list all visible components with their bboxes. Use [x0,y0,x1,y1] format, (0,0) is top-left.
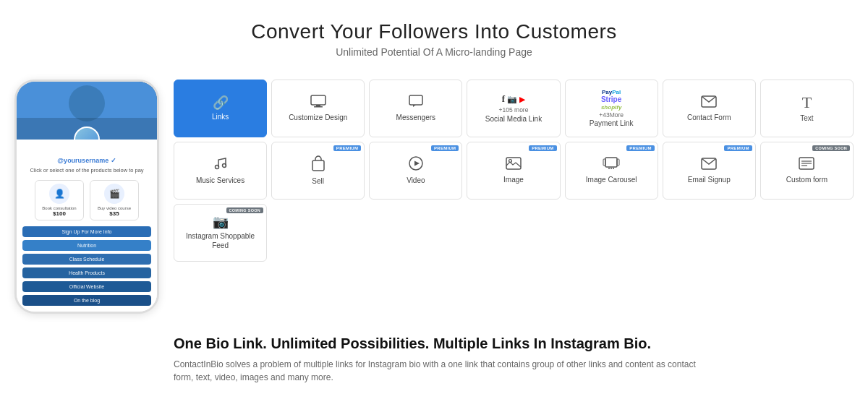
phone-button[interactable]: On the blog [22,295,151,306]
carousel-icon [603,157,620,172]
feature-label: Contact Form [687,113,731,122]
product-icon: 🎬 [104,184,124,204]
paypal-logo: PayPal [602,89,621,96]
feature-card-image[interactable]: PREMIUM Image [467,142,560,200]
feature-card-text[interactable]: T Text [760,80,854,137]
svg-rect-2 [314,106,323,108]
feature-card-messengers[interactable]: Messengers [369,80,462,137]
payment-more-label: +43More [599,111,624,119]
coming-soon-badge: COMING SOON [812,145,850,151]
svg-point-14 [608,168,610,169]
feature-label: Custom form [786,175,827,184]
phone-description: Click or select one of the products belo… [22,167,151,174]
feature-card-sell[interactable]: PREMIUM Sell [271,142,365,200]
product-icon: 👤 [49,184,69,204]
phone-button[interactable]: Class Schedule [22,254,151,265]
feature-label: Image Carousel [586,175,637,184]
coming-soon-badge: COMING SOON [226,207,264,213]
feature-section: 🔗 Links Customize Design [174,80,854,262]
stripe-logo: Stripe [601,95,621,104]
premium-badge: PREMIUM [431,145,459,151]
product-price: $100 [38,210,80,217]
social-more-label: +105 more [499,106,529,113]
svg-rect-1 [316,105,320,106]
svg-rect-7 [312,160,324,171]
feature-label: Payment Link [590,119,634,128]
product-price: $35 [93,210,135,217]
feature-card-customize[interactable]: Customize Design [271,80,365,137]
envelope-icon [701,95,717,110]
premium-badge: PREMIUM [333,145,361,151]
feature-label: Messengers [396,113,435,122]
phone-product: 👤 Book consultation $100 [35,180,84,220]
feature-card-payment[interactable]: PayPal Stripe shopify +43More Payment Li… [565,80,658,137]
feature-label: Image [503,175,524,184]
feature-label: Video [407,176,425,185]
feature-label: Customize Design [289,113,347,122]
svg-point-5 [215,166,218,169]
social-icons: f 📷 ▶ [502,93,525,105]
svg-point-6 [222,164,226,168]
product-label: Book consultation [38,206,80,210]
product-label: Buy video course [93,206,135,210]
instagram-shop-icon: 📷 [213,215,229,228]
email-icon [701,158,717,172]
phone-product: 🎬 Buy video course $35 [90,180,139,220]
premium-badge: PREMIUM [529,145,556,151]
link-icon: 🔗 [213,96,229,109]
svg-point-15 [610,168,612,169]
feature-label: Links [212,112,229,121]
page-wrapper: Convert Your Followers Into Customers Un… [0,0,868,398]
phone-nav-buttons: Sign Up For More Info Nutrition Class Sc… [22,226,151,306]
music-icon [213,156,228,173]
feature-row-3: COMING SOON 📷 Instagram Shoppable Feed [174,204,854,262]
feature-card-custom-form[interactable]: COMING SOON Custom form [760,142,854,200]
phone-mockup: @yourusername ✓ Click or select one of t… [14,80,159,314]
bottom-description: ContactInBio solves a problem of multipl… [174,358,709,384]
page-subtitle: Unlimited Potential Of A Micro-landing P… [251,46,617,58]
phone-button[interactable]: Official Website [22,281,151,292]
shopify-logo: shopify [601,104,621,111]
main-content: @yourusername ✓ Click or select one of t… [14,80,854,314]
svg-rect-11 [605,158,617,167]
feature-label: Music Services [196,176,244,185]
phone-body: @yourusername ✓ Click or select one of t… [17,140,157,312]
feature-label: Social Media Link [485,114,542,124]
page-title: Convert Your Followers Into Customers [251,20,617,43]
facebook-icon: f [502,93,505,105]
phone-username: @yourusername ✓ [22,157,151,164]
monitor-icon [310,95,326,110]
bottom-title: One Bio Link. Unlimited Possibilities. M… [174,335,854,352]
image-icon [506,157,522,172]
phone-button[interactable]: Sign Up For More Info [22,226,151,237]
feature-card-links[interactable]: 🔗 Links [174,80,267,137]
bag-icon [311,155,326,173]
play-icon [409,156,423,173]
feature-card-instagram-shop[interactable]: COMING SOON 📷 Instagram Shoppable Feed [174,204,267,262]
svg-point-16 [613,168,614,169]
feature-card-video[interactable]: PREMIUM Video [369,142,462,200]
form-icon [799,157,814,172]
feature-card-contact-form[interactable]: Contact Form [663,80,756,137]
feature-card-carousel[interactable]: PREMIUM Image Carousel [565,142,658,200]
avatar [74,127,100,140]
feature-label: Text [800,113,813,123]
phone-screen: @yourusername ✓ Click or select one of t… [17,82,157,312]
payment-logos: PayPal Stripe shopify [601,89,621,111]
premium-badge: PREMIUM [724,145,752,151]
youtube-icon: ▶ [519,95,525,103]
instagram-icon: 📷 [507,95,517,104]
feature-card-email-signup[interactable]: PREMIUM Email Signup [663,142,756,200]
phone-products: 👤 Book consultation $100 🎬 Buy video cou… [22,180,151,220]
feature-row-1: 🔗 Links Customize Design [174,80,854,137]
feature-row-2: Music Services PREMIUM Sell PREMIUM [174,142,854,200]
text-icon: T [802,95,812,111]
svg-rect-0 [311,95,326,105]
premium-badge: PREMIUM [626,145,654,151]
feature-card-social[interactable]: f 📷 ▶ +105 more Social Media Link [467,80,560,137]
phone-button[interactable]: Health Products [22,267,151,278]
feature-card-music[interactable]: Music Services [174,142,267,200]
phone-button[interactable]: Nutrition [22,240,151,251]
svg-rect-12 [603,159,605,166]
chat-icon [409,95,423,110]
